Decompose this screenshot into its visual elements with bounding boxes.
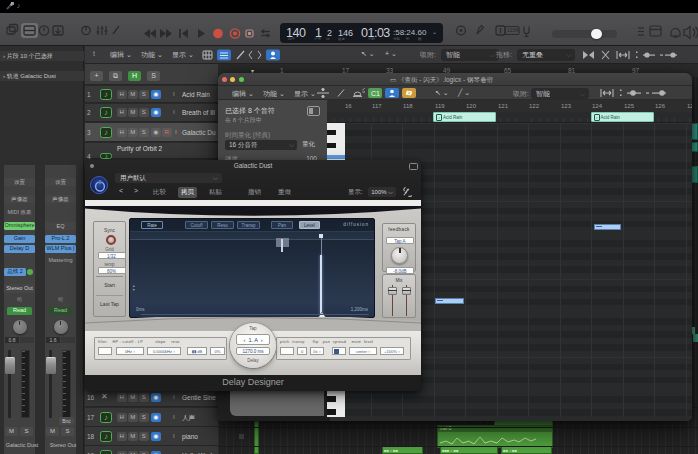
svg-text:C1: C1 <box>371 90 380 97</box>
